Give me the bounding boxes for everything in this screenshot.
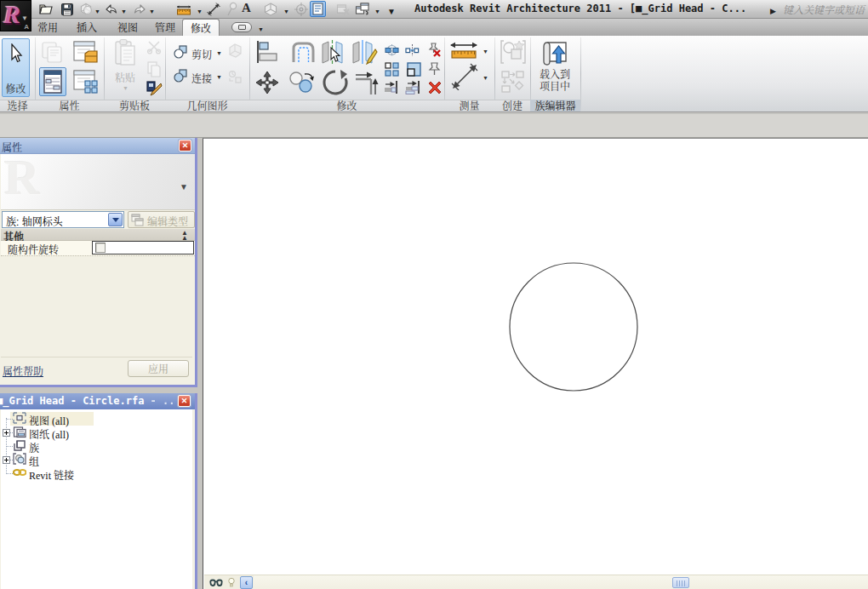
- switch-windows-dropdown-icon[interactable]: ▼: [374, 7, 380, 15]
- offset-icon[interactable]: [290, 40, 317, 64]
- tree-expand-icon[interactable]: [3, 456, 10, 464]
- paste-dropdown-icon[interactable]: ▼: [123, 83, 128, 92]
- application-menu-button[interactable]: R ▼ A: [0, 0, 31, 31]
- tab-view[interactable]: 视图: [114, 19, 141, 36]
- sync-dropdown-icon[interactable]: ▼: [94, 7, 100, 15]
- split-face-icon[interactable]: [226, 43, 243, 60]
- type-properties-icon[interactable]: [39, 39, 65, 65]
- undo-dropdown-icon[interactable]: ▼: [121, 7, 127, 15]
- join-geometry-label[interactable]: 连接: [191, 71, 213, 85]
- open-icon[interactable]: [38, 2, 54, 17]
- edit-type-button[interactable]: 编辑类型: [128, 211, 195, 228]
- array-icon[interactable]: [385, 62, 399, 77]
- match-type-icon[interactable]: [146, 80, 163, 97]
- section-header-other[interactable]: 其他 ▲▲: [1, 229, 195, 241]
- tab-modify[interactable]: 修改: [182, 19, 220, 36]
- redo-dropdown-icon[interactable]: ▼: [149, 7, 155, 15]
- tree-item[interactable]: 组: [1, 453, 192, 466]
- aligned-dimension-icon[interactable]: [206, 2, 221, 17]
- type-selector-dropdown-button[interactable]: [108, 213, 123, 226]
- join-geometry-dropdown-icon[interactable]: ▼: [216, 72, 222, 81]
- horizontal-scrollbar[interactable]: [254, 575, 868, 589]
- tree-expand-icon[interactable]: [3, 429, 10, 437]
- tag-icon[interactable]: [224, 2, 239, 17]
- close-hidden-windows-icon[interactable]: [335, 2, 351, 17]
- customize-qat-icon[interactable]: ▼: [387, 4, 396, 17]
- panel-label-select[interactable]: 选择: [0, 100, 35, 112]
- tree-item[interactable]: Revit 链接: [1, 466, 192, 480]
- family-types-icon[interactable]: [71, 68, 100, 95]
- paste-icon[interactable]: [113, 38, 137, 69]
- panel-label-properties[interactable]: 属性: [35, 100, 104, 112]
- paste-label[interactable]: 粘贴: [107, 70, 143, 84]
- project-browser-close-button[interactable]: ✕: [178, 395, 191, 407]
- tree-item[interactable]: 图纸 (all): [1, 426, 192, 439]
- panel-label-measure[interactable]: 测量: [444, 100, 494, 112]
- trim-extend-multiple-icon[interactable]: [405, 80, 421, 94]
- copy-icon[interactable]: [146, 60, 162, 77]
- panel-label-geometry[interactable]: 几何图形: [165, 100, 249, 112]
- checkbox-unchecked[interactable]: [95, 243, 106, 253]
- scrollbar-thumb[interactable]: [672, 577, 689, 588]
- split-with-gap-icon[interactable]: [405, 44, 420, 56]
- search-input[interactable]: 键入关键字或短语: [783, 2, 868, 16]
- project-browser-titlebar[interactable]: ■_Grid Head - Circle.rfa - ... ✕: [0, 393, 195, 409]
- tree-item[interactable]: 族: [1, 439, 192, 453]
- create-similar-icon[interactable]: [500, 70, 526, 95]
- trim-extend-single-icon[interactable]: [384, 80, 399, 94]
- cursor-arrow-icon[interactable]: [9, 43, 23, 64]
- panel-label-create[interactable]: 创建: [494, 100, 530, 112]
- cut-geometry-label[interactable]: 剪切: [191, 47, 213, 61]
- preview-dropdown-icon[interactable]: ▼: [180, 180, 188, 192]
- section-icon[interactable]: [294, 2, 309, 17]
- apply-button[interactable]: 应用: [128, 360, 189, 377]
- infocenter-collapse-icon[interactable]: ▶: [770, 5, 776, 16]
- ribbon-minimize-button[interactable]: [231, 22, 252, 32]
- reveal-hidden-elements-glasses-icon[interactable]: [208, 577, 224, 588]
- mirror-draw-axis-icon[interactable]: [351, 39, 378, 65]
- undo-icon[interactable]: [104, 2, 119, 17]
- rotate-icon[interactable]: [321, 69, 350, 96]
- text-tool-icon[interactable]: A: [242, 1, 251, 15]
- properties-help-link[interactable]: 属性帮助: [3, 363, 43, 378]
- drawing-area[interactable]: ‹: [203, 138, 868, 589]
- load-into-project-icon[interactable]: [540, 39, 569, 66]
- create-group-icon[interactable]: [500, 39, 526, 66]
- default-3d-view-icon[interactable]: [263, 2, 278, 17]
- measure-dropdown2-icon[interactable]: ▼: [483, 47, 488, 55]
- type-selector[interactable]: 族: 轴网标头: [2, 211, 124, 228]
- copy-element-icon[interactable]: [288, 70, 317, 95]
- property-value-cell[interactable]: [92, 241, 194, 254]
- ribbon-minimize-dropdown-icon[interactable]: ▼: [258, 25, 264, 33]
- tree-item[interactable]: 视图 (all): [1, 412, 192, 426]
- tab-manage[interactable]: 管理: [151, 19, 179, 36]
- unjoin-geometry-icon[interactable]: [226, 68, 243, 85]
- sync-with-central-icon[interactable]: [78, 2, 94, 17]
- thin-lines-icon[interactable]: [311, 2, 326, 17]
- cut-icon[interactable]: [146, 39, 162, 54]
- cut-geometry-dropdown-icon[interactable]: ▼: [216, 49, 222, 57]
- unpin-icon[interactable]: [427, 42, 442, 57]
- family-category-icon[interactable]: [71, 39, 100, 65]
- panel-label-clipboard[interactable]: 剪贴板: [104, 100, 165, 112]
- join-geometry-icon[interactable]: [173, 68, 188, 83]
- dimension-dropdown-icon[interactable]: ▼: [483, 73, 488, 82]
- mirror-pick-axis-icon[interactable]: [320, 39, 345, 65]
- redo-icon[interactable]: [132, 2, 147, 17]
- measure-dropdown-icon[interactable]: ▼: [197, 7, 203, 15]
- save-icon[interactable]: [60, 2, 75, 17]
- measure-tape-icon[interactable]: [449, 41, 478, 60]
- pin-icon[interactable]: [428, 61, 441, 77]
- split-element-icon[interactable]: [385, 44, 399, 56]
- cut-geometry-icon[interactable]: [173, 44, 188, 60]
- panel-label-modify[interactable]: 修改: [249, 100, 444, 112]
- dimension-icon[interactable]: [451, 63, 478, 90]
- tab-insert[interactable]: 插入: [73, 19, 100, 36]
- panel-label-family-editor[interactable]: 族编辑器: [530, 100, 580, 112]
- trim-extend-corner-icon[interactable]: [354, 69, 383, 96]
- properties-close-button[interactable]: ✕: [179, 140, 191, 152]
- lightbulb-icon[interactable]: [227, 577, 236, 588]
- delete-icon[interactable]: [428, 81, 442, 94]
- 3d-view-dropdown-icon[interactable]: ▼: [283, 7, 289, 15]
- scale-icon[interactable]: [406, 61, 421, 77]
